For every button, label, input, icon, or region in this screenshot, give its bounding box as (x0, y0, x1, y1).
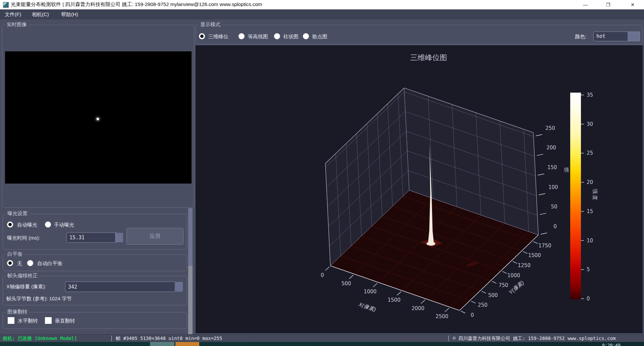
live-image-group: 实时图像 (2, 25, 194, 208)
live-image-group-label: 实时图像 (5, 21, 29, 28)
vertical-flip-checkbox[interactable] (45, 317, 52, 324)
mode-3d-peak-label[interactable]: 三维峰位 (208, 34, 228, 40)
exposure-time-label: 曝光时间 (ms): (7, 235, 40, 241)
apply-button[interactable]: 应用 (126, 228, 183, 245)
maximize-button[interactable]: ❐ (600, 0, 616, 9)
horizontal-flip-checkbox[interactable] (8, 317, 14, 324)
x-offset-spin[interactable] (175, 282, 183, 292)
close-button[interactable]: ✕ (625, 0, 640, 9)
plot-canvas[interactable]: 三维峰位图 X(像素) Y(像素) 强 强度 05001000150020002… (196, 45, 643, 333)
window-title: 光束能量分布检测软件 | 四川森普力科技有限公司 姚工: 159-2808-97… (11, 1, 262, 8)
mode-bar-radio[interactable] (274, 33, 280, 39)
x-offset-label: X轴偏移量 (像素): (6, 284, 46, 290)
scrollbar-thumb[interactable] (188, 208, 193, 266)
status-separator (111, 336, 112, 341)
auto-exposure-radio[interactable] (7, 221, 13, 228)
white-balance-group-label: 白平衡 (6, 251, 24, 257)
status-bar: 相机: 已连接 [Unknown Model] 帧 #3405 5130×364… (0, 334, 644, 342)
svg-text:0: 0 (321, 272, 324, 278)
colormap-combo-arrow[interactable] (628, 32, 640, 41)
minimize-button[interactable]: — (578, 0, 593, 9)
wb-auto-label[interactable]: 自动白平衡 (37, 260, 62, 267)
svg-text:1500: 1500 (388, 297, 400, 303)
mode-bar-label[interactable]: 柱状图 (283, 34, 299, 40)
svg-text:200: 200 (546, 145, 556, 151)
vertical-flip-label[interactable]: 垂直翻转 (55, 318, 75, 324)
taskbar-app-teal[interactable] (150, 342, 174, 346)
mode-scatter-radio[interactable] (303, 33, 309, 39)
frame-offset-group: 帧头偏移校正 X轴偏移量 (像素): 帧头字节数 (参考): 1024 字节 (3, 276, 187, 305)
mode-3d-peak-radio[interactable] (199, 33, 205, 39)
colormap-label: 颜色: (575, 34, 586, 40)
app-icon (3, 2, 9, 8)
svg-text:1750: 1750 (538, 243, 551, 249)
svg-text:150: 150 (547, 164, 557, 170)
taskbar-sliver: 0:20:49 (0, 342, 644, 346)
svg-text:2000: 2000 (412, 305, 424, 311)
camera-image[interactable] (5, 51, 192, 184)
taskbar-clock: 0:20:49 (602, 343, 621, 346)
svg-text:250: 250 (478, 302, 488, 308)
horizontal-flip-label[interactable]: 水平翻转 (18, 318, 38, 324)
exposure-group: 曝光设置 自动曝光 手动曝光 曝光时间 (ms): 应用 (3, 214, 187, 250)
app-window: 光束能量分布检测软件 | 四川森普力科技有限公司 姚工: 159-2808-97… (0, 0, 644, 346)
menu-bar: 文件(F) 相机(C) 帮助(H) (0, 9, 644, 19)
svg-text:1500: 1500 (528, 252, 541, 258)
x-offset-input[interactable] (65, 282, 175, 292)
flip-group: 图像翻转 水平翻转 垂直翻转 (3, 312, 187, 329)
menu-file[interactable]: 文件(F) (3, 11, 23, 18)
svg-text:500: 500 (341, 281, 351, 287)
svg-text:250: 250 (545, 125, 555, 131)
menu-help[interactable]: 帮助(H) (59, 11, 80, 18)
flip-group-label: 图像翻转 (6, 309, 29, 315)
exposure-time-spin[interactable] (115, 233, 123, 242)
svg-text:1000: 1000 (364, 289, 376, 295)
manual-exposure-label[interactable]: 手动曝光 (54, 222, 74, 228)
svg-text:2500: 2500 (435, 313, 448, 319)
settings-scrollbar[interactable] (188, 208, 193, 335)
wb-none-label[interactable]: 无 (17, 260, 22, 267)
svg-text:0: 0 (471, 312, 474, 318)
svg-text:1000: 1000 (507, 273, 520, 279)
auto-exposure-label[interactable]: 自动曝光 (17, 222, 37, 228)
svg-text:15: 15 (587, 208, 593, 214)
svg-text:750: 750 (498, 282, 508, 288)
svg-text:5: 5 (587, 266, 590, 273)
company-info: © 四川森普力科技有限公司 姚工: 159-2808-9752 www.splo… (453, 336, 615, 342)
frame-offset-group-label: 帧头偏移校正 (6, 273, 39, 279)
svg-text:20: 20 (587, 179, 593, 185)
svg-text:25: 25 (587, 150, 593, 156)
svg-text:1250: 1250 (518, 262, 531, 268)
taskbar-app-orange[interactable] (175, 342, 199, 346)
mode-contour-label[interactable]: 等高线图 (248, 34, 268, 40)
camera-status: 相机: 已连接 [Unknown Model] (3, 336, 77, 342)
svg-text:500: 500 (488, 292, 498, 298)
frame-bytes-label: 帧头字节数 (参考): 1024 字节 (6, 296, 72, 302)
svg-text:0: 0 (553, 224, 557, 230)
svg-text:50: 50 (551, 204, 557, 210)
title-bar: 光束能量分布检测软件 | 四川森普力科技有限公司 姚工: 159-2808-97… (0, 0, 644, 9)
svg-text:100: 100 (548, 184, 558, 190)
manual-exposure-radio[interactable] (45, 221, 51, 228)
wb-auto-radio[interactable] (27, 260, 33, 266)
svg-text:0: 0 (587, 296, 590, 302)
laser-spot (97, 118, 99, 120)
svg-text:10: 10 (587, 238, 593, 244)
white-balance-group: 白平衡 无 自动白平衡 (3, 254, 187, 271)
svg-text:30: 30 (587, 121, 593, 127)
exposure-group-label: 曝光设置 (6, 210, 29, 217)
frame-info: 帧 #3405 5130×3648 uint8 min=0 max=255 (116, 336, 222, 342)
mode-contour-radio[interactable] (238, 33, 245, 39)
display-mode-group: 显示模式 三维峰位 等高线图 柱状图 散点图 颜色: hot (196, 25, 643, 44)
menu-camera[interactable]: 相机(C) (30, 11, 51, 18)
display-mode-group-label: 显示模式 (199, 21, 222, 28)
status-separator-2 (448, 336, 449, 341)
wb-none-radio[interactable] (7, 260, 13, 266)
exposure-time-input[interactable] (66, 233, 117, 243)
mode-scatter-label[interactable]: 散点图 (312, 34, 327, 40)
svg-text:35: 35 (587, 92, 593, 98)
